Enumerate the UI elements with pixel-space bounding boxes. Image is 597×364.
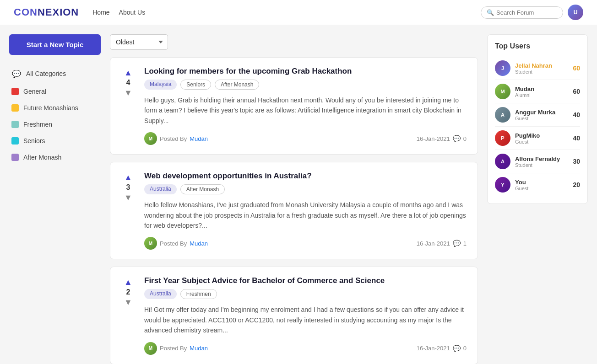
username-jellal[interactable]: Jellal Nahran	[515, 62, 564, 69]
avatar-anggur: A	[495, 107, 510, 123]
top-users-card: Top Users J Jellal Nahran Student 60 M M…	[487, 34, 588, 204]
topic-date-1: 16-Jan-2021	[417, 135, 450, 142]
vote-count-2: 3	[126, 183, 130, 192]
userrole-pugmiko: Guest	[515, 139, 564, 145]
user-row-pugmiko: P PugMiko Guest 40	[495, 127, 580, 150]
tag-seniors-1[interactable]: Seniors	[180, 80, 211, 90]
vote-column-1: ▲ 4 ▼	[121, 67, 135, 145]
main-nav: Home About Us	[92, 9, 145, 16]
userscore-pugmiko: 40	[569, 134, 580, 142]
tag-aftermonash-2[interactable]: After Monash	[180, 184, 225, 194]
downvote-button-2[interactable]: ▼	[124, 193, 132, 202]
header-right: 🔍 U	[481, 5, 583, 20]
topic-body-3: First Year Subject Advice for Bachelor o…	[144, 276, 467, 354]
user-row-jellal: J Jellal Nahran Student 60	[495, 57, 580, 80]
userscore-mudan: 60	[569, 88, 580, 95]
tag-malaysia-1[interactable]: Malaysia	[144, 80, 177, 90]
sidebar-item-label-seniors: Seniors	[23, 137, 45, 145]
top-users-title: Top Users	[495, 42, 580, 50]
poster-name-3[interactable]: Mudan	[190, 345, 208, 352]
page-container: Start a New Topic 💬 All Categories Gener…	[0, 25, 597, 364]
userscore-jellal: 60	[569, 64, 580, 72]
topic-footer-3: M Posted By Mudan 16-Jan-2021 💬 0	[144, 342, 467, 355]
topic-poster-3: M Posted By Mudan	[144, 342, 208, 355]
topic-body-2: Web development opportunities in Austral…	[144, 171, 467, 250]
avatar-you: Y	[495, 177, 510, 193]
userrole-you: Guest	[515, 186, 564, 191]
user-avatar-header[interactable]: U	[568, 5, 583, 20]
all-categories-icon: 💬	[11, 69, 22, 79]
topic-title-1[interactable]: Looking for members for the upcoming Gra…	[144, 67, 467, 76]
header: CONNEXION Home About Us 🔍 U	[0, 0, 597, 25]
posted-by-label-2: Posted By	[160, 240, 187, 247]
topic-title-2[interactable]: Web development opportunities in Austral…	[144, 171, 467, 181]
sort-dropdown[interactable]: Oldest Newest Most Popular	[110, 34, 168, 50]
user-row-alfons: A Alfons Fernaldy Student 30	[495, 150, 580, 173]
new-topic-button[interactable]: Start a New Topic	[9, 34, 101, 55]
upvote-button-2[interactable]: ▲	[124, 173, 132, 182]
avatar-pugmiko: P	[495, 130, 510, 146]
sidebar-item-aftermonash[interactable]: After Monash	[9, 149, 101, 166]
downvote-button-3[interactable]: ▼	[124, 298, 132, 306]
nav-home[interactable]: Home	[92, 9, 109, 16]
topic-tags-3: Australia Freshmen	[144, 289, 467, 299]
sidebar-item-general[interactable]: General	[9, 83, 101, 100]
right-sidebar: Top Users J Jellal Nahran Student 60 M M…	[487, 34, 588, 364]
userscore-anggur: 40	[569, 111, 580, 118]
topic-meta-2: 16-Jan-2021 💬 1	[417, 240, 467, 247]
username-alfons[interactable]: Alfons Fernaldy	[515, 155, 564, 162]
seniors-color-dot	[11, 137, 19, 145]
logo: CONNEXION	[14, 6, 79, 18]
topic-title-3[interactable]: First Year Subject Advice for Bachelor o…	[144, 276, 467, 285]
downvote-button-1[interactable]: ▼	[124, 89, 132, 97]
freshmen-color-dot	[11, 121, 19, 128]
poster-avatar-1: M	[144, 132, 157, 145]
userscore-alfons: 30	[569, 158, 580, 165]
vote-count-3: 2	[126, 288, 130, 296]
general-color-dot	[11, 88, 19, 95]
sidebar-item-seniors[interactable]: Seniors	[9, 133, 101, 149]
username-pugmiko[interactable]: PugMiko	[515, 132, 564, 139]
avatar-alfons: A	[495, 154, 510, 169]
user-info-alfons: Alfons Fernaldy Student	[515, 155, 564, 168]
aftermonash-color-dot	[11, 154, 19, 161]
poster-name-2[interactable]: Mudan	[190, 240, 208, 247]
sidebar: Start a New Topic 💬 All Categories Gener…	[9, 34, 101, 364]
tag-australia-3[interactable]: Australia	[144, 289, 177, 299]
tag-australia-2[interactable]: Australia	[144, 184, 177, 194]
username-mudan[interactable]: Mudan	[515, 86, 564, 92]
topic-meta-1: 16-Jan-2021 💬 0	[417, 135, 467, 142]
search-icon: 🔍	[487, 9, 494, 16]
avatar-mudan: M	[495, 84, 510, 99]
future-color-dot	[11, 104, 19, 112]
tag-freshmen-3[interactable]: Freshmen	[180, 289, 217, 299]
upvote-button-1[interactable]: ▲	[124, 69, 132, 77]
tag-aftermonash-1[interactable]: After Monash	[215, 80, 259, 90]
topic-footer-2: M Posted By Mudan 16-Jan-2021 💬 1	[144, 237, 467, 250]
topic-card-3: ▲ 2 ▼ First Year Subject Advice for Bach…	[110, 267, 478, 364]
topic-poster-1: M Posted By Mudan	[144, 132, 208, 145]
posted-by-label-1: Posted By	[160, 135, 187, 142]
sidebar-item-freshmen[interactable]: Freshmen	[9, 116, 101, 133]
topic-body-1: Looking for members for the upcoming Gra…	[144, 67, 467, 145]
topic-date-2: 16-Jan-2021	[417, 240, 450, 247]
topic-tags-1: Malaysia Seniors After Monash	[144, 80, 467, 90]
userrole-jellal: Student	[515, 69, 564, 75]
username-anggur[interactable]: Anggur Murka	[515, 109, 564, 116]
topic-poster-2: M Posted By Mudan	[144, 237, 208, 250]
poster-name-1[interactable]: Mudan	[190, 135, 208, 142]
user-info-you: You Guest	[515, 179, 564, 191]
user-row-you: Y You Guest 20	[495, 173, 580, 196]
topic-excerpt-2: Hello fellow Monashians, I've just gradu…	[144, 200, 467, 230]
search-box: 🔍	[481, 6, 563, 19]
upvote-button-3[interactable]: ▲	[124, 278, 132, 286]
sidebar-item-future[interactable]: Future Monashians	[9, 100, 101, 116]
userrole-mudan: Alumni	[515, 92, 564, 98]
topic-excerpt-1: Hello guys, Grab is holding their annual…	[144, 95, 467, 126]
search-input[interactable]	[496, 9, 557, 16]
username-you[interactable]: You	[515, 179, 564, 186]
poster-avatar-3: M	[144, 342, 157, 355]
nav-about[interactable]: About Us	[119, 9, 146, 16]
topic-tags-2: Australia After Monash	[144, 184, 467, 194]
sidebar-item-all[interactable]: 💬 All Categories	[9, 64, 101, 83]
